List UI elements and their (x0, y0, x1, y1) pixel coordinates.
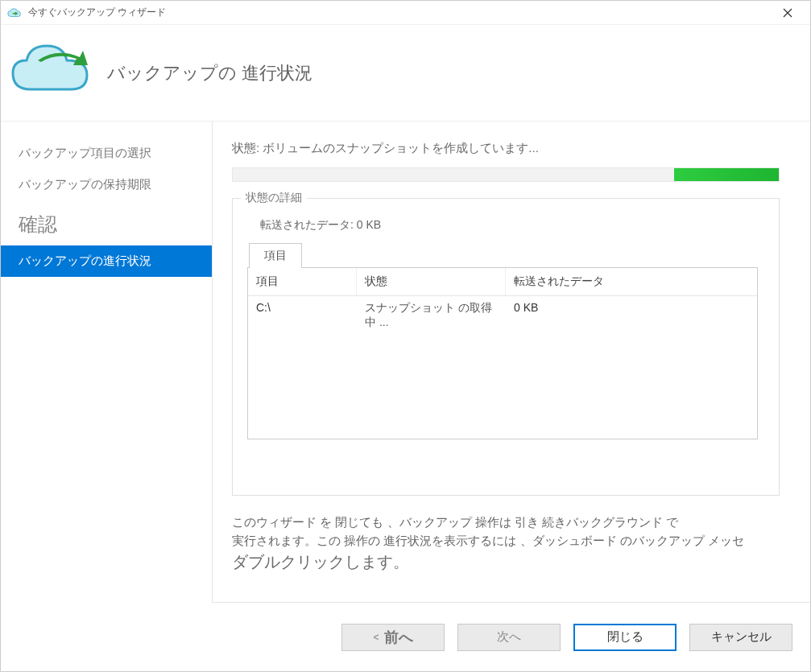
transferred-value: 0 KB (357, 218, 381, 231)
progress-bar (232, 167, 780, 182)
page-title: バックアップの 進行状況 (107, 61, 312, 85)
col-state[interactable]: 状態 (357, 268, 506, 295)
cell-data: 0 KB (506, 296, 757, 335)
cancel-button[interactable]: キャンセル (689, 624, 792, 651)
cancel-label: キャンセル (711, 629, 772, 645)
titlebar: 今すぐバックアップ ウィザード (1, 1, 810, 25)
transferred-data: 転送されたデータ: 0 KB (260, 218, 764, 233)
note-line-3: ダブルクリックします。 (232, 550, 796, 574)
banner: バックアップの 進行状況 (1, 25, 810, 122)
status-value: ボリュームのスナップショットを作成しています... (263, 141, 539, 155)
content-area: 状態: ボリュームのスナップショットを作成しています... 状態の詳細 転送され… (213, 122, 810, 603)
close-label: 閉じる (607, 629, 643, 645)
col-data[interactable]: 転送されたデータ (506, 268, 757, 295)
status-details-group: 状態の詳細 転送されたデータ: 0 KB 項目 項目 状態 転送されたデータ C… (232, 198, 780, 496)
transferred-label: 転送されたデータ: (260, 218, 354, 231)
note-line-1: このウィザード を 閉じても 、バックアップ 操作は 引き 続きバックグラウンド… (232, 513, 796, 532)
cloud-backup-icon (7, 6, 22, 20)
sidebar-item-confirm[interactable]: 確認 (1, 200, 212, 245)
back-button[interactable]: < 前へ (341, 624, 445, 651)
progress-fill (674, 168, 779, 181)
status-line: 状態: ボリュームのスナップショットを作成しています... (232, 141, 797, 156)
status-label: 状態: (232, 141, 259, 155)
chevron-left-icon: < (373, 632, 379, 643)
note-line-2: 実行されます。この 操作の 進行状況を表示するには 、ダッシュボード のバックア… (232, 532, 796, 550)
window-title: 今すぐバックアップ ウィザード (28, 6, 772, 19)
cell-state: スナップショット の取得中 ... (357, 296, 506, 335)
next-label: 次へ (497, 629, 521, 645)
sidebar-item-progress[interactable]: バックアップの進行状況 (1, 245, 212, 277)
table-header: 項目 状態 転送されたデータ (248, 268, 757, 296)
col-item[interactable]: 項目 (248, 268, 357, 295)
wizard-buttons: < 前へ 次へ 閉じる キャンセル (213, 602, 810, 671)
tab-items[interactable]: 項目 (249, 243, 302, 268)
next-button[interactable]: 次へ (457, 624, 561, 651)
close-icon[interactable] (772, 2, 804, 24)
wizard-steps-sidebar: バックアップ項目の選択 バックアップの保持期限 確認 バックアップの進行状況 (1, 122, 213, 603)
items-table: 項目 状態 転送されたデータ C:\ スナップショット の取得中 ... 0 K… (247, 267, 758, 439)
cloud-arrow-icon (10, 41, 91, 105)
sidebar-item-retention[interactable]: バックアップの保持期限 (1, 169, 212, 200)
sidebar-item-select[interactable]: バックアップ項目の選択 (1, 138, 212, 169)
status-details-legend: 状態の詳細 (241, 191, 307, 205)
table-row[interactable]: C:\ スナップショット の取得中 ... 0 KB (248, 296, 757, 335)
cell-item: C:\ (248, 296, 357, 335)
close-button[interactable]: 閉じる (573, 624, 677, 651)
back-label: 前へ (384, 628, 413, 647)
footer-note: このウィザード を 閉じても 、バックアップ 操作は 引き 続きバックグラウンド… (232, 513, 796, 574)
